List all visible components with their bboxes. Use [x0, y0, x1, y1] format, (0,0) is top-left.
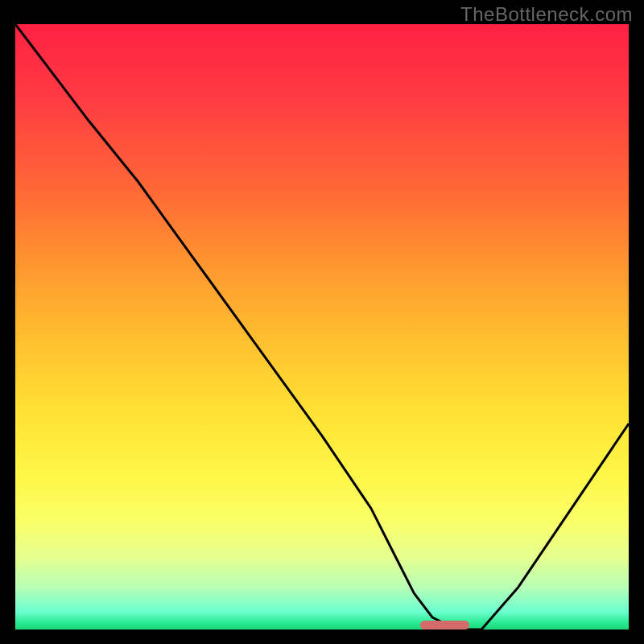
optimal-marker — [420, 621, 469, 630]
bottleneck-curve — [15, 24, 629, 630]
watermark-text: TheBottleneck.com — [460, 3, 633, 26]
curve-path — [15, 24, 629, 630]
chart-frame: TheBottleneck.com — [0, 0, 644, 644]
plot-area — [15, 24, 629, 630]
